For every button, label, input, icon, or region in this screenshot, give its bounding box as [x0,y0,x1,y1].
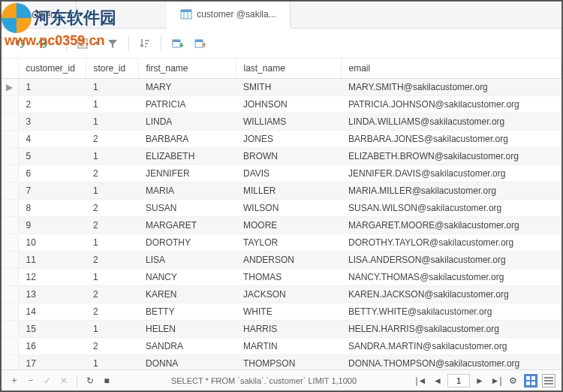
settings-button[interactable]: ⚙ [506,374,519,387]
cell-first-name[interactable]: HELEN [138,321,236,338]
cell-customer-id[interactable]: 6 [18,165,86,182]
cell-store-id[interactable]: 1 [86,148,138,165]
table-row[interactable]: 162SANDRAMARTINSANDRA.MARTIN@sakilacusto… [2,338,561,355]
cell-last-name[interactable]: DAVIS [236,165,341,182]
cell-first-name[interactable]: ELIZABETH [138,148,236,165]
cell-email[interactable]: SANDRA.MARTIN@sakilacustomer.org [341,338,561,355]
cell-last-name[interactable]: THOMAS [236,269,341,286]
cell-store-id[interactable]: 2 [86,131,138,148]
table-row[interactable]: 42BARBARAJONESBARBARA.JONES@sakilacustom… [2,131,561,148]
cell-last-name[interactable]: ANDERSON [236,252,341,269]
cell-last-name[interactable]: TAYLOR [236,234,341,252]
table-row[interactable]: 51ELIZABETHBROWNELIZABETH.BROWN@sakilacu… [2,148,561,165]
text-mode-button[interactable] [73,34,92,53]
add-record-button[interactable]: ＋ [8,374,21,387]
cell-email[interactable]: DONNA.THOMPSON@sakilacustomer.org [341,355,561,370]
cell-first-name[interactable]: SUSAN [138,200,236,217]
cell-store-id[interactable]: 2 [86,165,138,182]
cell-last-name[interactable]: JONES [236,131,341,148]
table-row[interactable]: 62JENNIFERDAVISJENNIFER.DAVIS@sakilacust… [2,165,561,182]
col-first-name[interactable]: first_name [138,59,236,79]
cell-email[interactable]: NANCY.THOMAS@sakilacustomer.org [341,269,561,286]
cell-email[interactable]: BARBARA.JONES@sakilacustomer.org [341,131,561,148]
cell-customer-id[interactable]: 17 [18,355,86,370]
tab-customer[interactable]: customer @sakila... [167,2,291,29]
col-customer-id[interactable]: customer_id [18,59,86,79]
cell-customer-id[interactable]: 2 [18,96,86,113]
cell-store-id[interactable]: 1 [86,96,138,113]
table-row[interactable]: 31LINDAWILLIAMSLINDA.WILLIAMS@sakilacust… [2,113,561,131]
cell-customer-id[interactable]: 16 [18,338,86,355]
cell-last-name[interactable]: BROWN [236,148,341,165]
cell-last-name[interactable]: MOORE [236,217,341,234]
cell-email[interactable]: KAREN.JACKSON@sakilacustomer.org [341,286,561,303]
begin-transaction-button[interactable] [11,34,30,53]
cell-email[interactable]: BETTY.WHITE@sakilacustomer.org [341,303,561,321]
table-row[interactable]: 82SUSANWILSONSUSAN.WILSON@sakilacustomer… [2,200,561,217]
cell-email[interactable]: HELEN.HARRIS@sakilacustomer.org [341,321,561,338]
dropdown-icon[interactable]: ▼ [94,40,100,47]
cell-store-id[interactable]: 1 [86,355,138,370]
sort-button[interactable] [135,34,155,53]
cell-first-name[interactable]: BETTY [138,303,236,321]
data-grid[interactable]: customer_id store_id first_name last_nam… [2,59,561,369]
cell-customer-id[interactable]: 15 [18,321,86,338]
next-page-button[interactable]: ► [473,374,486,387]
cell-first-name[interactable]: PATRICIA [138,96,236,113]
cell-first-name[interactable]: NANCY [138,269,236,286]
table-row[interactable]: 151HELENHARRISHELEN.HARRIS@sakilacustome… [2,321,561,338]
cell-last-name[interactable]: WHITE [236,303,341,321]
cell-customer-id[interactable]: 10 [18,234,86,252]
cell-store-id[interactable]: 1 [86,269,138,286]
last-page-button[interactable]: ►| [489,374,503,387]
cell-first-name[interactable]: JENNIFER [138,165,236,182]
cell-first-name[interactable]: DOROTHY [138,234,236,252]
cell-last-name[interactable]: WILLIAMS [236,113,341,131]
cell-last-name[interactable]: HARRIS [236,321,341,338]
cell-store-id[interactable]: 1 [86,79,138,96]
table-row[interactable]: 142BETTYWHITEBETTY.WHITE@sakilacustomer.… [2,303,561,321]
cell-email[interactable]: LISA.ANDERSON@sakilacustomer.org [341,252,561,269]
cell-first-name[interactable]: MARGARET [138,217,236,234]
cell-first-name[interactable]: KAREN [138,286,236,303]
cell-first-name[interactable]: LISA [138,252,236,269]
cell-last-name[interactable]: JACKSON [236,286,341,303]
cell-last-name[interactable]: MARTIN [236,338,341,355]
stop-button[interactable]: ■ [100,374,113,387]
table-row[interactable]: 101DOROTHYTAYLORDOROTHY.TAYLOR@sakilacus… [2,234,561,252]
table-row[interactable]: 112LISAANDERSONLISA.ANDERSON@sakilacusto… [2,252,561,269]
cell-first-name[interactable]: SANDRA [138,338,236,355]
cell-customer-id[interactable]: 3 [18,113,86,131]
cell-customer-id[interactable]: 4 [18,131,86,148]
cell-email[interactable]: SUSAN.WILSON@sakilacustomer.org [341,200,561,217]
cell-last-name[interactable]: JOHNSON [236,96,341,113]
import-button[interactable] [167,34,187,53]
cell-first-name[interactable]: MARY [138,79,236,96]
cell-store-id[interactable]: 1 [86,182,138,200]
row-selector-header[interactable] [2,59,18,79]
dropdown-icon[interactable]: ▼ [54,40,60,47]
cell-store-id[interactable]: 2 [86,200,138,217]
tab-objects[interactable]: Objects [2,2,77,28]
filter-button[interactable] [103,34,122,53]
cell-customer-id[interactable]: 11 [18,252,86,269]
cell-first-name[interactable]: BARBARA [138,131,236,148]
cell-email[interactable]: PATRICIA.JOHNSON@sakilacustomer.org [341,96,561,113]
table-row[interactable]: 71MARIAMILLERMARIA.MILLER@sakilacustomer… [2,182,561,200]
cell-customer-id[interactable]: 1 [18,79,86,96]
grid-view-button[interactable] [524,374,537,387]
cell-last-name[interactable]: WILSON [236,200,341,217]
cell-email[interactable]: JENNIFER.DAVIS@sakilacustomer.org [341,165,561,182]
cell-store-id[interactable]: 2 [86,252,138,269]
cell-first-name[interactable]: MARIA [138,182,236,200]
cell-store-id[interactable]: 1 [86,234,138,252]
cell-last-name[interactable]: SMITH [236,79,341,96]
cell-email[interactable]: MARY.SMITH@sakilacustomer.org [341,79,561,96]
cell-last-name[interactable]: THOMPSON [236,355,341,370]
cell-store-id[interactable]: 2 [86,217,138,234]
cell-customer-id[interactable]: 12 [18,269,86,286]
form-view-button[interactable] [542,374,555,387]
cell-last-name[interactable]: MILLER [236,182,341,200]
delete-record-button[interactable]: － [24,374,38,387]
cell-email[interactable]: MARGARET.MOORE@sakilacustomer.org [341,217,561,234]
